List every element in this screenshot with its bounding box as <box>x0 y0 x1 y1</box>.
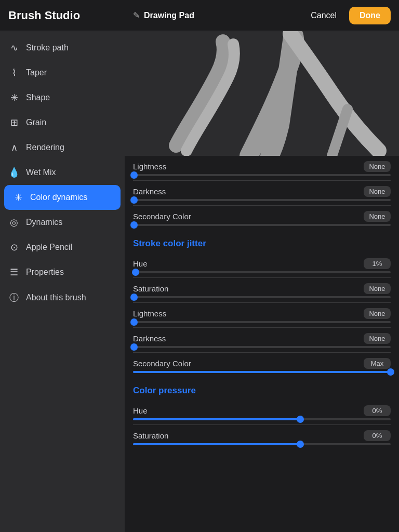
sidebar-label-dynamics: Dynamics <box>26 218 62 227</box>
header-center: ✎ Drawing Pad <box>133 10 304 20</box>
secondary-color-stroke-row: Secondary Color Max <box>133 353 391 373</box>
sidebar-item-properties[interactable]: ☰Properties <box>0 260 125 285</box>
darkness-stroke-track[interactable] <box>133 346 391 348</box>
hue-stroke-value: 1% <box>364 258 391 269</box>
sidebar-label-stroke-path: Stroke path <box>26 43 69 52</box>
hue-stroke-label: Hue <box>133 259 148 268</box>
lightness-stamp-value: None <box>364 161 391 172</box>
sidebar-label-about: About this brush <box>26 293 86 302</box>
sidebar: ∿Stroke path⌇Taper✳Shape⊞Grain∧Rendering… <box>0 31 125 532</box>
lightness-stamp-row: Lightness None <box>133 156 391 176</box>
darkness-stroke-value: None <box>364 333 391 344</box>
sidebar-item-apple-pencil[interactable]: ⊙Apple Pencil <box>0 235 125 260</box>
grain-icon: ⊞ <box>8 117 20 128</box>
lightness-stroke-row: Lightness None <box>133 303 391 323</box>
color-dynamics-icon: ✳ <box>12 192 24 203</box>
saturation-stroke-row: Saturation None <box>133 278 391 298</box>
about-icon: ⓘ <box>8 291 20 304</box>
darkness-stroke-row: Darkness None <box>133 328 391 348</box>
saturation-stroke-track[interactable] <box>133 296 391 298</box>
dynamics-icon: ◎ <box>8 217 20 228</box>
stroke-color-jitter-header: Stroke color jitter <box>133 230 391 253</box>
lightness-stroke-value: None <box>364 308 391 319</box>
app-title: Brush Studio <box>8 9 133 22</box>
apple-pencil-icon: ⊙ <box>8 242 20 253</box>
header-actions: Cancel Done <box>304 7 391 24</box>
lightness-stamp-label: Lightness <box>133 162 166 171</box>
sidebar-item-shape[interactable]: ✳Shape <box>0 85 125 110</box>
lightness-stroke-label: Lightness <box>133 309 166 318</box>
lightness-stamp-track[interactable] <box>133 174 391 176</box>
hue-pressure-label: Hue <box>133 406 148 415</box>
color-pressure-header: Color pressure <box>133 377 391 400</box>
stamp-color-sliders: Lightness None Darkness None <box>125 156 399 226</box>
sidebar-item-wet-mix[interactable]: 💧Wet Mix <box>0 160 125 185</box>
drawing-pad-icon: ✎ <box>133 10 140 20</box>
secondary-color-stroke-label: Secondary Color <box>133 359 191 368</box>
saturation-stroke-label: Saturation <box>133 284 168 293</box>
secondary-color-stroke-value: Max <box>364 358 391 369</box>
hue-stroke-row: Hue 1% <box>133 253 391 273</box>
sidebar-label-grain: Grain <box>26 118 46 127</box>
hue-pressure-track[interactable] <box>133 418 391 420</box>
secondary-color-stamp-value: None <box>364 211 391 222</box>
sidebar-item-about[interactable]: ⓘAbout this brush <box>0 285 125 311</box>
saturation-stroke-value: None <box>364 283 391 294</box>
cancel-button[interactable]: Cancel <box>304 8 343 23</box>
properties-icon: ☰ <box>8 267 20 278</box>
taper-icon: ⌇ <box>8 67 20 78</box>
done-button[interactable]: Done <box>349 7 391 24</box>
brush-preview <box>125 31 399 156</box>
lightness-stroke-track[interactable] <box>133 321 391 323</box>
content-area: Lightness None Darkness None <box>125 31 399 532</box>
stroke-color-jitter-section: Stroke color jitter Hue 1% Saturation No… <box>125 230 399 373</box>
header: Brush Studio ✎ Drawing Pad Cancel Done <box>0 0 399 31</box>
saturation-pressure-row: Saturation 0% <box>133 425 391 445</box>
hue-stroke-track[interactable] <box>133 271 391 273</box>
sidebar-item-rendering[interactable]: ∧Rendering <box>0 135 125 160</box>
rendering-icon: ∧ <box>8 142 20 153</box>
sidebar-label-shape: Shape <box>26 93 50 102</box>
drawing-pad-label: Drawing Pad <box>144 11 194 20</box>
darkness-stamp-row: Darkness None <box>133 181 391 201</box>
sidebar-item-dynamics[interactable]: ◎Dynamics <box>0 210 125 235</box>
secondary-color-stamp-label: Secondary Color <box>133 212 191 221</box>
saturation-pressure-value: 0% <box>364 430 391 441</box>
hue-pressure-row: Hue 0% <box>133 400 391 420</box>
sidebar-item-stroke-path[interactable]: ∿Stroke path <box>0 35 125 60</box>
sidebar-label-apple-pencil: Apple Pencil <box>26 243 72 252</box>
secondary-color-stamp-row: Secondary Color None <box>133 206 391 226</box>
saturation-pressure-label: Saturation <box>133 431 168 440</box>
secondary-color-stroke-track[interactable] <box>133 371 391 373</box>
sidebar-label-rendering: Rendering <box>26 143 64 152</box>
sidebar-label-wet-mix: Wet Mix <box>26 168 56 177</box>
darkness-stamp-value: None <box>364 186 391 197</box>
shape-icon: ✳ <box>8 92 20 103</box>
sidebar-item-grain[interactable]: ⊞Grain <box>0 110 125 135</box>
wet-mix-icon: 💧 <box>8 167 20 178</box>
color-pressure-section: Color pressure Hue 0% Saturation 0% <box>125 377 399 445</box>
sidebar-item-color-dynamics[interactable]: ✳Color dynamics <box>4 185 121 210</box>
darkness-stamp-track[interactable] <box>133 199 391 201</box>
sidebar-label-properties: Properties <box>26 268 64 277</box>
darkness-stamp-label: Darkness <box>133 187 166 196</box>
secondary-color-stamp-track[interactable] <box>133 224 391 226</box>
sidebar-label-color-dynamics: Color dynamics <box>30 193 87 202</box>
sidebar-label-taper: Taper <box>26 68 47 77</box>
saturation-pressure-track[interactable] <box>133 443 391 445</box>
darkness-stroke-label: Darkness <box>133 334 166 343</box>
main-layout: ∿Stroke path⌇Taper✳Shape⊞Grain∧Rendering… <box>0 31 399 532</box>
sidebar-item-taper[interactable]: ⌇Taper <box>0 60 125 85</box>
stroke-path-icon: ∿ <box>8 42 20 54</box>
hue-pressure-value: 0% <box>364 405 391 416</box>
